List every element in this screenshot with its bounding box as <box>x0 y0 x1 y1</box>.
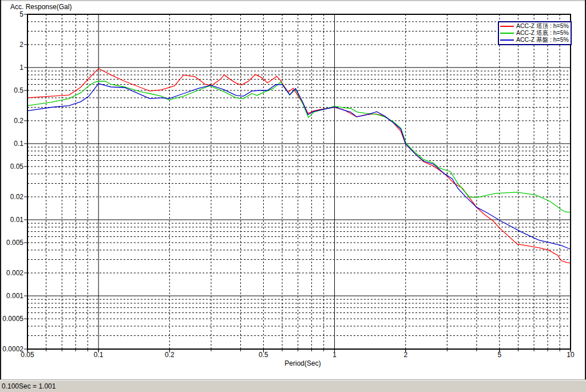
svg-text:0.05: 0.05 <box>10 163 24 171</box>
svg-text:2: 2 <box>403 351 407 359</box>
svg-text:0.5: 0.5 <box>259 351 268 359</box>
svg-text:0.01: 0.01 <box>10 216 24 224</box>
axis-tick-labels: 0.050.10.20.5125105210.50.20.10.050.020.… <box>2 10 575 359</box>
svg-text:2: 2 <box>19 41 23 49</box>
legend: ACC-Z 塔頂 : h=5% ACC-Z 塔底 : h=5% ACC-Z 基盤… <box>498 21 572 45</box>
svg-text:0.005: 0.005 <box>6 239 23 247</box>
svg-text:5: 5 <box>19 10 23 18</box>
svg-text:5: 5 <box>498 351 502 359</box>
svg-text:10: 10 <box>567 351 575 359</box>
grid-lines <box>27 14 571 349</box>
svg-text:0.2: 0.2 <box>14 117 23 125</box>
legend-line-swatch-red <box>500 26 514 27</box>
chart-panel: Acc. Response(Gal) 0.050.10.20.512510521… <box>0 0 586 379</box>
svg-text:0.02: 0.02 <box>10 193 24 201</box>
svg-text:0.0005: 0.0005 <box>2 315 23 323</box>
window-border-top <box>0 0 586 1</box>
svg-text:0.002: 0.002 <box>6 269 23 277</box>
legend-row: ACC-Z 塔底 : h=5% <box>500 30 569 37</box>
svg-text:1: 1 <box>19 64 23 72</box>
svg-text:0.2: 0.2 <box>165 351 175 359</box>
window-border-left <box>0 0 1 379</box>
svg-text:0.1: 0.1 <box>94 351 104 359</box>
legend-label: ACC-Z 基盤 : h=5% <box>516 37 569 43</box>
svg-text:0.001: 0.001 <box>6 292 23 300</box>
legend-line-swatch-green <box>500 33 514 34</box>
svg-text:0.0002: 0.0002 <box>2 345 23 353</box>
legend-label: ACC-Z 塔底 : h=5% <box>516 30 569 37</box>
status-readout-text: 0.100Sec = 1.001 <box>0 382 56 390</box>
status-bar: 0.100Sec = 1.001 <box>0 379 586 392</box>
svg-text:0.1: 0.1 <box>14 140 23 148</box>
legend-label: ACC-Z 塔頂 : h=5% <box>516 23 569 30</box>
x-axis-title: Period(Sec) <box>284 359 320 367</box>
svg-text:0.5: 0.5 <box>14 86 23 94</box>
response-spectrum-plot[interactable]: 0.050.10.20.5125105210.50.20.10.050.020.… <box>0 0 586 378</box>
svg-text:1: 1 <box>332 351 336 359</box>
legend-row: ACC-Z 塔頂 : h=5% <box>500 23 569 30</box>
plot-frame <box>27 14 571 349</box>
legend-line-swatch-blue <box>500 39 514 41</box>
legend-row: ACC-Z 基盤 : h=5% <box>500 37 569 43</box>
